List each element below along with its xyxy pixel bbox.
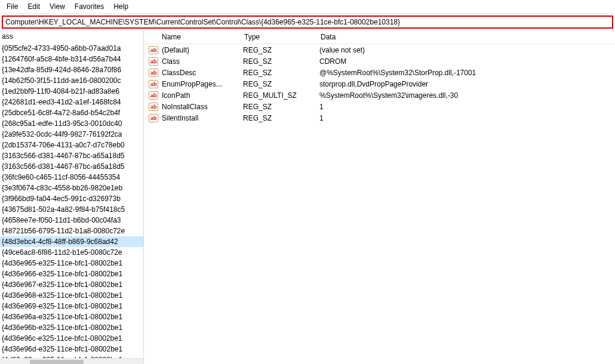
svg-text:ab: ab [150,47,157,53]
tree-item[interactable]: {48d3ebc4-4cf8-48ff-b869-9c68ad42 [0,236,143,247]
tree-item[interactable]: {3163c566-d381-4467-87bc-a65a18d5 [0,150,143,161]
value-type: REG_MULTI_SZ [238,91,315,100]
tree-item[interactable]: {4d36e96c-e325-11ce-bfc1-08002be1 [0,333,143,344]
tree-item[interactable]: {4d36e96d-e325-11ce-bfc1-08002be1 [0,344,143,354]
tree-item[interactable]: {25dbce51-6c8f-4a72-8a6d-b54c2b4f [0,107,143,118]
value-row[interactable]: abEnumPropPages...REG_SZstorprop.dll,Dvd… [144,78,615,90]
tree-header-fragment: ass [0,30,143,43]
tree-item[interactable]: {13e42dfa-85d9-424d-8646-28a70f86 [0,64,143,75]
value-data: 1 [315,114,615,122]
svg-text:ab: ab [150,104,157,110]
menu-edit[interactable]: Edit [23,2,44,11]
value-data: @%SystemRoot%\System32\StorProp.dll,-170… [315,69,615,77]
value-data: CDROM [315,57,615,66]
string-value-icon: ab [149,80,158,88]
tree-item[interactable]: {14b62f50-3f15-11dd-ae16-0800200c [0,75,143,86]
value-type: REG_SZ [238,46,315,54]
value-row[interactable]: abNoInstallClassREG_SZ1 [144,101,615,112]
svg-text:ab: ab [150,58,157,64]
tree-horizontal-scrollbar[interactable] [0,358,143,364]
body-split: ass {05f5cfe2-4733-4950-a6bb-07aad01a{12… [0,30,615,364]
tree-item[interactable]: {49ce6ac8-6f86-11d2-b1e5-0080c72e [0,247,143,258]
tree-list[interactable]: {05f5cfe2-4733-4950-a6bb-07aad01a{126476… [0,43,143,364]
menu-favorites[interactable]: Favorites [70,2,108,11]
menu-bar: File Edit View Favorites Help [0,0,615,14]
value-name: SilentInstall [161,114,238,122]
tree-pane: ass {05f5cfe2-4733-4950-a6bb-07aad01a{12… [0,30,144,364]
value-row[interactable]: ab(Default)REG_SZ(value not set) [144,44,615,55]
value-name: (Default) [161,46,238,54]
menu-view[interactable]: View [45,2,69,11]
string-value-icon: ab [149,103,158,111]
value-name: EnumPropPages... [161,80,238,88]
tree-item[interactable]: {1ed2bbf9-11f0-4084-b21f-ad83a8e6 [0,86,143,97]
svg-text:ab: ab [150,81,157,87]
column-header-name[interactable]: Name [144,33,239,41]
value-row[interactable]: abClassREG_SZCDROM [144,55,615,67]
tree-item[interactable]: {4658ee7e-f050-11d1-b6bd-00c04fa3 [0,215,143,226]
value-data: 1 [315,103,615,111]
value-row[interactable]: abIconPathREG_MULTI_SZ%SystemRoot%\Syste… [144,90,615,101]
value-type: REG_SZ [238,80,315,88]
tree-item[interactable]: {3f966bd9-fa04-4ec5-991c-d326973b [0,193,143,204]
tree-item[interactable]: {43675d81-502a-4a82-9f84-b75f418c5 [0,204,143,215]
value-data: (value not set) [315,46,615,54]
string-value-icon: ab [149,91,158,100]
tree-item[interactable]: {3e3f0674-c83c-4558-bb26-9820e1eb [0,183,143,193]
string-value-icon: ab [149,46,158,54]
tree-item[interactable]: {2db15374-706e-4131-a0c7-d7c78eb0 [0,140,143,150]
tree-item[interactable]: {268c95a1-edfe-11d3-95c3-0010dc40 [0,118,143,129]
tree-item[interactable]: {4d36e968-e325-11ce-bfc1-08002be1 [0,290,143,301]
value-row[interactable]: abClassDescREG_SZ@%SystemRoot%\System32\… [144,67,615,78]
tree-item[interactable]: {4d36e96b-e325-11ce-bfc1-08002be1 [0,322,143,333]
svg-text:ab: ab [150,92,157,98]
value-name: NoInstallClass [161,103,238,111]
values-pane: Name Type Data ab(Default)REG_SZ(value n… [144,30,615,364]
tree-item[interactable]: {1264760f-a5c8-4bfe-b314-d56a7b44 [0,54,143,64]
tree-item[interactable]: {4d36e966-e325-11ce-bfc1-08002be1 [0,269,143,279]
tree-item[interactable]: {4d36e967-e325-11ce-bfc1-08002be1 [0,279,143,290]
column-header-type[interactable]: Type [239,33,316,41]
string-value-icon: ab [149,69,158,77]
tree-scrollbar-thumb[interactable] [30,360,84,364]
menu-file[interactable]: File [2,2,22,11]
columns-header: Name Type Data [144,30,615,44]
values-list[interactable]: ab(Default)REG_SZ(value not set)abClassR… [144,44,615,124]
address-bar[interactable]: Computer\HKEY_LOCAL_MACHINE\SYSTEM\Curre… [2,16,613,29]
tree-item[interactable]: {36fc9e60-c465-11cf-8056-44455354 [0,172,143,183]
value-type: REG_SZ [238,103,315,111]
menu-help[interactable]: Help [109,2,133,11]
tree-item[interactable]: {4d36e965-e325-11ce-bfc1-08002be1 [0,258,143,269]
string-value-icon: ab [149,57,158,66]
tree-item[interactable]: {242681d1-eed3-41d2-a1ef-1468fc84 [0,97,143,107]
tree-item[interactable]: {2a9fe532-0cdc-44f9-9827-76192f2ca [0,129,143,140]
value-name: IconPath [161,91,238,100]
tree-item[interactable]: {3163c566-d381-4467-87bc-a65a18d5 [0,161,143,172]
column-header-data[interactable]: Data [316,33,615,41]
value-data: storprop.dll,DvdPropPageProvider [315,80,615,88]
tree-item[interactable]: {48721b56-6795-11d2-b1a8-0080c72e [0,226,143,236]
address-bar-container: Computer\HKEY_LOCAL_MACHINE\SYSTEM\Curre… [0,14,615,30]
value-type: REG_SZ [238,57,315,66]
string-value-icon: ab [149,114,158,122]
svg-text:ab: ab [150,115,157,121]
value-type: REG_SZ [238,114,315,122]
value-data: %SystemRoot%\System32\imageres.dll,-30 [315,91,615,100]
value-name: Class [161,57,238,66]
value-type: REG_SZ [238,69,315,77]
tree-item[interactable]: {4d36e969-e325-11ce-bfc1-08002be1 [0,301,143,311]
value-name: ClassDesc [161,69,238,77]
value-row[interactable]: abSilentInstallREG_SZ1 [144,112,615,124]
tree-item[interactable]: {4d36e96a-e325-11ce-bfc1-08002be1 [0,311,143,322]
tree-item[interactable]: {05f5cfe2-4733-4950-a6bb-07aad01a [0,43,143,54]
svg-text:ab: ab [150,70,157,76]
